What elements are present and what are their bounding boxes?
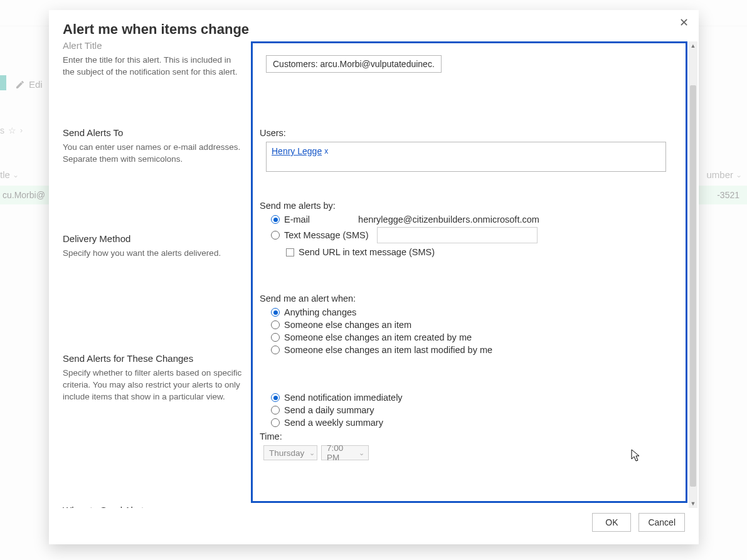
section-heading-when: When to Send Alerts	[63, 505, 243, 508]
users-label: Users:	[260, 128, 679, 138]
radio-change-created-label: Someone else changes an item created by …	[284, 332, 472, 342]
radio-sms-label: Text Message (SMS)	[284, 230, 369, 240]
time-day-select: Thursday⌄	[263, 445, 317, 460]
email-value: henrylegge@citizenbuilders.onmicrosoft.c…	[358, 214, 539, 225]
scroll-down-icon[interactable]: ▼	[689, 499, 697, 508]
radio-change-else-label: Someone else changes an item	[284, 320, 411, 330]
section-desc-send-to: You can enter user names or e-mail addre…	[63, 142, 243, 166]
radio-change-created[interactable]	[271, 333, 280, 342]
radio-change-modified[interactable]	[271, 346, 280, 354]
radio-change-any[interactable]	[271, 308, 280, 317]
time-label: Time:	[260, 431, 679, 441]
users-input[interactable]: Henry Legge x	[266, 142, 666, 172]
radio-change-else[interactable]	[271, 320, 280, 329]
section-heading-send-to: Send Alerts To	[63, 127, 243, 138]
user-chip: Henry Legge x	[272, 146, 328, 156]
scroll-up-icon[interactable]: ▲	[689, 41, 697, 50]
radio-change-modified-label: Someone else changes an item last modifi…	[284, 345, 492, 355]
user-chip-remove[interactable]: x	[324, 147, 328, 156]
chevron-down-icon: ⌄	[309, 449, 315, 457]
ok-button[interactable]: OK	[592, 513, 631, 532]
section-heading-changes: Send Alerts for These Changes	[63, 353, 243, 364]
radio-change-any-label: Anything changes	[284, 307, 356, 317]
radio-freq-daily[interactable]	[271, 406, 280, 415]
alert-dialog: ✕ Alert me when items change Alert Title…	[49, 10, 699, 544]
section-desc-delivery: Specify how you want the alerts delivere…	[63, 248, 243, 260]
sms-phone-input[interactable]	[377, 227, 538, 243]
radio-freq-weekly-label: Send a weekly summary	[284, 418, 383, 428]
radio-freq-daily-label: Send a daily summary	[284, 405, 374, 415]
radio-email-label: E-mail	[284, 214, 310, 225]
cancel-button[interactable]: Cancel	[638, 513, 685, 532]
radio-sms[interactable]	[271, 231, 280, 240]
radio-freq-immediate[interactable]	[271, 393, 280, 402]
radio-freq-weekly[interactable]	[271, 418, 280, 427]
send-by-label: Send me alerts by:	[260, 201, 679, 211]
scrollbar-thumb[interactable]	[690, 85, 696, 487]
dialog-body: Alert Title Enter the title for this ale…	[49, 41, 699, 508]
radio-email[interactable]	[271, 215, 280, 224]
user-chip-name[interactable]: Henry Legge	[272, 146, 322, 156]
checkbox-send-url[interactable]	[286, 248, 294, 256]
radio-freq-immediate-label: Send notification immediately	[284, 393, 403, 403]
checkbox-send-url-label: Send URL in text message (SMS)	[299, 247, 435, 257]
alert-when-label: Send me an alert when:	[260, 293, 679, 304]
section-heading-alert-title: Alert Title	[63, 41, 243, 51]
time-hour-select: 7:00 PM⌄	[321, 445, 369, 460]
alert-title-input[interactable]: Customers: arcu.Morbi@vulputateduinec.	[266, 55, 442, 73]
section-heading-delivery: Delivery Method	[63, 233, 243, 244]
section-descriptions: Alert Title Enter the title for this ale…	[63, 41, 251, 508]
chevron-down-icon: ⌄	[359, 449, 364, 457]
section-desc-changes: Specify whether to filter alerts based o…	[63, 367, 243, 403]
scrollbar[interactable]: ▲ ▼	[689, 41, 697, 508]
section-desc-alert-title: Enter the title for this alert. This is …	[63, 55, 243, 78]
close-button[interactable]: ✕	[675, 14, 692, 31]
dialog-title: Alert me when items change	[49, 10, 699, 41]
dialog-footer: OK Cancel	[592, 513, 685, 532]
